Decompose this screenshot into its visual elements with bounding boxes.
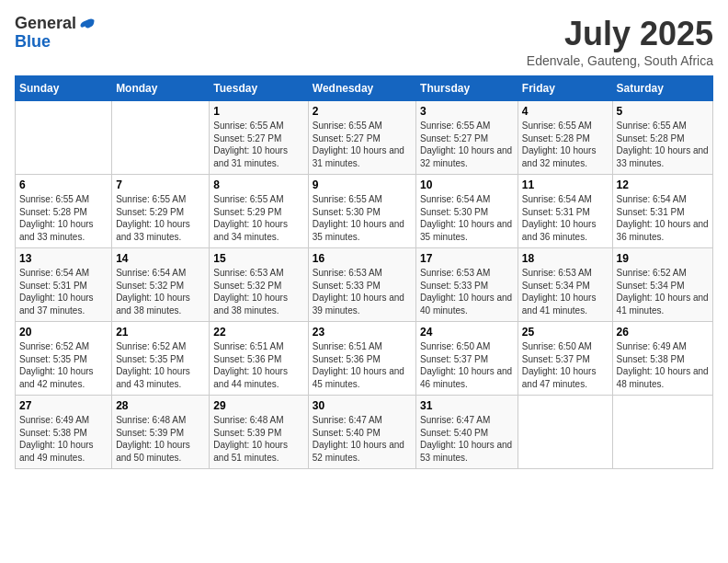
calendar-cell: 24Sunrise: 6:50 AM Sunset: 5:37 PM Dayli… [416,322,518,396]
day-detail: Sunrise: 6:55 AM Sunset: 5:28 PM Dayligh… [522,120,609,169]
header-day-monday: Monday [112,76,210,101]
header-day-friday: Friday [518,76,612,101]
day-detail: Sunrise: 6:55 AM Sunset: 5:27 PM Dayligh… [313,120,412,169]
day-number: 26 [617,326,709,339]
day-number: 7 [116,178,205,191]
logo-bird-icon [78,15,97,33]
day-detail: Sunrise: 6:52 AM Sunset: 5:35 PM Dayligh… [116,340,205,390]
day-detail: Sunrise: 6:49 AM Sunset: 5:38 PM Dayligh… [19,414,108,464]
calendar-cell: 10Sunrise: 6:54 AM Sunset: 5:30 PM Dayli… [416,175,518,248]
day-number: 29 [213,399,303,412]
day-number: 10 [420,178,514,191]
logo: General Blue [15,15,97,52]
day-detail: Sunrise: 6:55 AM Sunset: 5:29 PM Dayligh… [116,193,205,243]
day-detail: Sunrise: 6:55 AM Sunset: 5:27 PM Dayligh… [420,120,514,169]
day-detail: Sunrise: 6:52 AM Sunset: 5:34 PM Dayligh… [617,267,709,316]
calendar-cell: 22Sunrise: 6:51 AM Sunset: 5:36 PM Dayli… [210,322,308,396]
day-detail: Sunrise: 6:54 AM Sunset: 5:30 PM Dayligh… [420,193,514,243]
calendar-cell: 23Sunrise: 6:51 AM Sunset: 5:36 PM Dayli… [308,322,415,396]
day-number: 23 [313,326,412,339]
day-number: 8 [213,178,303,191]
title-area: July 2025 Edenvale, Gauteng, South Afric… [527,15,713,68]
day-number: 31 [420,399,514,412]
calendar-cell [112,101,210,175]
day-detail: Sunrise: 6:49 AM Sunset: 5:38 PM Dayligh… [617,340,709,390]
calendar-cell: 13Sunrise: 6:54 AM Sunset: 5:31 PM Dayli… [16,248,112,322]
day-detail: Sunrise: 6:50 AM Sunset: 5:37 PM Dayligh… [522,340,609,390]
week-row-0: 1Sunrise: 6:55 AM Sunset: 5:27 PM Daylig… [16,101,713,175]
calendar-cell: 3Sunrise: 6:55 AM Sunset: 5:27 PM Daylig… [416,101,518,175]
day-detail: Sunrise: 6:55 AM Sunset: 5:29 PM Dayligh… [213,193,303,243]
day-number: 30 [313,399,412,412]
day-detail: Sunrise: 6:55 AM Sunset: 5:28 PM Dayligh… [19,193,108,243]
day-detail: Sunrise: 6:53 AM Sunset: 5:34 PM Dayligh… [522,267,609,316]
calendar-cell: 26Sunrise: 6:49 AM Sunset: 5:38 PM Dayli… [612,322,712,396]
calendar-cell: 15Sunrise: 6:53 AM Sunset: 5:32 PM Dayli… [210,248,308,322]
calendar-cell [612,396,712,469]
day-number: 27 [19,399,108,412]
week-row-2: 13Sunrise: 6:54 AM Sunset: 5:31 PM Dayli… [16,248,713,322]
calendar-cell: 2Sunrise: 6:55 AM Sunset: 5:27 PM Daylig… [308,101,415,175]
day-detail: Sunrise: 6:54 AM Sunset: 5:32 PM Dayligh… [116,267,205,316]
day-number: 15 [213,252,303,265]
calendar-cell: 18Sunrise: 6:53 AM Sunset: 5:34 PM Dayli… [518,248,612,322]
calendar-cell: 19Sunrise: 6:52 AM Sunset: 5:34 PM Dayli… [612,248,712,322]
week-row-3: 20Sunrise: 6:52 AM Sunset: 5:35 PM Dayli… [16,322,713,396]
day-number: 17 [420,252,514,265]
month-title: July 2025 [527,15,713,53]
calendar-cell: 4Sunrise: 6:55 AM Sunset: 5:28 PM Daylig… [518,101,612,175]
calendar-cell: 28Sunrise: 6:48 AM Sunset: 5:39 PM Dayli… [112,396,210,469]
day-number: 21 [116,326,205,339]
day-number: 3 [420,105,514,118]
logo-blue-text: Blue [15,33,51,52]
calendar-cell: 14Sunrise: 6:54 AM Sunset: 5:32 PM Dayli… [112,248,210,322]
day-detail: Sunrise: 6:54 AM Sunset: 5:31 PM Dayligh… [19,267,108,316]
day-number: 6 [19,178,108,191]
day-number: 28 [116,399,205,412]
calendar-cell: 31Sunrise: 6:47 AM Sunset: 5:40 PM Dayli… [416,396,518,469]
calendar-cell: 16Sunrise: 6:53 AM Sunset: 5:33 PM Dayli… [308,248,415,322]
header: General Blue July 2025 Edenvale, Gauteng… [15,15,713,68]
day-number: 18 [522,252,609,265]
day-number: 11 [522,178,609,191]
calendar-header-row: SundayMondayTuesdayWednesdayThursdayFrid… [16,76,713,101]
day-number: 16 [313,252,412,265]
calendar-cell: 7Sunrise: 6:55 AM Sunset: 5:29 PM Daylig… [112,175,210,248]
header-day-saturday: Saturday [612,76,712,101]
header-day-sunday: Sunday [16,76,112,101]
logo-general-text: General [15,15,76,33]
calendar-cell: 20Sunrise: 6:52 AM Sunset: 5:35 PM Dayli… [16,322,112,396]
location-title: Edenvale, Gauteng, South Africa [527,53,713,68]
day-detail: Sunrise: 6:55 AM Sunset: 5:28 PM Dayligh… [617,120,709,169]
calendar-table: SundayMondayTuesdayWednesdayThursdayFrid… [15,75,713,469]
day-detail: Sunrise: 6:47 AM Sunset: 5:40 PM Dayligh… [313,414,412,464]
day-number: 22 [213,326,303,339]
day-detail: Sunrise: 6:53 AM Sunset: 5:33 PM Dayligh… [420,267,514,316]
calendar-cell: 12Sunrise: 6:54 AM Sunset: 5:31 PM Dayli… [612,175,712,248]
day-number: 12 [617,178,709,191]
calendar-cell: 8Sunrise: 6:55 AM Sunset: 5:29 PM Daylig… [210,175,308,248]
day-number: 9 [313,178,412,191]
header-day-tuesday: Tuesday [210,76,308,101]
day-detail: Sunrise: 6:51 AM Sunset: 5:36 PM Dayligh… [313,340,412,390]
day-number: 25 [522,326,609,339]
calendar-cell: 21Sunrise: 6:52 AM Sunset: 5:35 PM Dayli… [112,322,210,396]
calendar-cell: 11Sunrise: 6:54 AM Sunset: 5:31 PM Dayli… [518,175,612,248]
day-detail: Sunrise: 6:53 AM Sunset: 5:32 PM Dayligh… [213,267,303,316]
day-number: 19 [617,252,709,265]
day-detail: Sunrise: 6:47 AM Sunset: 5:40 PM Dayligh… [420,414,514,464]
header-day-wednesday: Wednesday [308,76,415,101]
day-number: 2 [313,105,412,118]
week-row-1: 6Sunrise: 6:55 AM Sunset: 5:28 PM Daylig… [16,175,713,248]
day-number: 13 [19,252,108,265]
day-detail: Sunrise: 6:55 AM Sunset: 5:30 PM Dayligh… [313,193,412,243]
calendar-cell: 30Sunrise: 6:47 AM Sunset: 5:40 PM Dayli… [308,396,415,469]
day-number: 1 [213,105,303,118]
day-detail: Sunrise: 6:48 AM Sunset: 5:39 PM Dayligh… [213,414,303,464]
day-number: 5 [617,105,709,118]
calendar-cell [518,396,612,469]
day-number: 20 [19,326,108,339]
day-number: 24 [420,326,514,339]
calendar-cell: 1Sunrise: 6:55 AM Sunset: 5:27 PM Daylig… [210,101,308,175]
day-detail: Sunrise: 6:55 AM Sunset: 5:27 PM Dayligh… [213,120,303,169]
